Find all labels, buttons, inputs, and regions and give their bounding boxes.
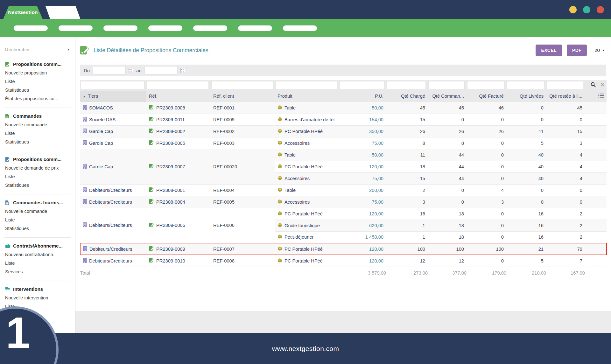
column-header[interactable]: Qté Livrées (506, 91, 546, 102)
column-filter-input[interactable] (428, 81, 465, 89)
search-input[interactable] (5, 47, 62, 52)
sidebar-item[interactable]: État des propositions co... (4, 94, 71, 103)
teal-dot-icon[interactable] (583, 6, 590, 13)
produit-cell[interactable]: Accessoires (275, 172, 339, 184)
nav-pill[interactable] (238, 25, 272, 31)
ref-cell[interactable]: PR2309-0006 (146, 208, 211, 243)
sidebar-item[interactable]: Nouvelle demande de prix (4, 164, 71, 172)
column-filter-input[interactable] (147, 81, 209, 89)
ref-cell[interactable]: PR2309-0010 (146, 255, 211, 267)
sidebar-item[interactable]: Statistiques (4, 86, 71, 94)
sidebar-item[interactable]: Nouveau contrat/abonn. (4, 250, 71, 259)
produit-cell[interactable]: PC Portable HPéé (275, 243, 339, 255)
nav-pill[interactable] (283, 25, 317, 31)
sidebar-item[interactable]: Statistiques (4, 224, 71, 233)
tiers-cell[interactable]: Gardie Cap (80, 137, 146, 149)
table-row[interactable]: Debiteurs/CrediteursPR2309-0006REF-0006P… (80, 208, 607, 220)
calendar-icon[interactable] (180, 68, 185, 73)
nav-pill[interactable] (59, 25, 93, 31)
ref-cell[interactable]: PR2308-0005 (146, 137, 211, 149)
sidebar-section-header[interactable]: Propositions comm... (5, 157, 71, 162)
produit-cell[interactable]: PC Portable HPéé (275, 208, 339, 220)
tiers-cell[interactable]: Debiteurs/Crediteurs (80, 184, 146, 196)
sidebar-item[interactable]: Liste (4, 172, 71, 181)
tiers-cell[interactable]: Debiteurs/Crediteurs (80, 208, 146, 243)
produit-cell[interactable]: PC Portable HPéé (275, 161, 339, 172)
sidebar-section-header[interactable]: Propositions comm... (5, 61, 71, 67)
sidebar-item[interactable]: Nouvelle proposition (4, 69, 71, 77)
produit-cell[interactable]: Table (275, 184, 339, 196)
column-header[interactable]: Qté Chargé (386, 91, 428, 102)
table-row[interactable]: SOMACOSPR2309-0008REF-0001Table50,004545… (80, 102, 607, 114)
ref-cell[interactable]: PR2309-0007 (146, 149, 211, 184)
calendar-icon[interactable] (129, 68, 133, 73)
ref-cell[interactable]: PR2308-0002 (146, 125, 211, 137)
table-row[interactable]: Debiteurs/CrediteursPR2308-0001REF-0004T… (80, 184, 607, 196)
column-header[interactable]: P.U. (339, 91, 386, 102)
column-filter-input[interactable] (507, 81, 544, 89)
table-row[interactable]: Gardie CapPR2308-0005REF-0003Accessoires… (80, 137, 607, 149)
produit-cell[interactable]: Table (275, 149, 339, 161)
ref-cell[interactable]: PR2308-0001 (146, 184, 211, 196)
table-row-highlighted[interactable]: Debiteurs/CrediteursPR2309-0009REF-0007P… (80, 243, 607, 255)
column-header[interactable]: Qté Comman... (428, 91, 467, 102)
sidebar-section-header[interactable]: Interventions (5, 286, 71, 292)
tiers-cell[interactable]: SOMACOS (80, 102, 146, 114)
column-filter-input[interactable] (467, 81, 504, 89)
column-header[interactable]: Produit (275, 91, 339, 102)
ref-cell[interactable]: PR2309-0009 (146, 243, 211, 255)
yellow-dot-icon[interactable] (569, 6, 577, 13)
red-dot-icon[interactable] (597, 6, 604, 13)
date-from-input[interactable] (93, 66, 126, 74)
sidebar-item[interactable]: Statistiques (4, 138, 71, 146)
excel-export-button[interactable]: EXCEL (536, 45, 562, 56)
tiers-cell[interactable]: Debiteurs/Crediteurs (80, 255, 146, 267)
clear-filter-icon[interactable] (600, 83, 605, 88)
column-header[interactable]: Réf. (146, 91, 211, 102)
produit-cell[interactable]: Accessoires (275, 137, 339, 149)
tiers-cell[interactable]: Debiteurs/Crediteurs (80, 243, 146, 255)
table-row[interactable]: Debiteurs/CrediteursPR2308-0004REF-0005A… (80, 196, 607, 208)
tiers-cell[interactable]: Debiteurs/Crediteurs (80, 196, 146, 208)
sidebar-item[interactable]: Nouvelle intervention (4, 294, 71, 302)
pdf-export-button[interactable]: PDF (567, 45, 587, 56)
column-filter-input[interactable] (387, 81, 426, 89)
sidebar-item[interactable]: Liste (4, 216, 71, 224)
sidebar-section-header[interactable]: Commandes (5, 113, 71, 119)
table-row[interactable]: Gardie CapPR2309-0007REF-00020Table50,00… (80, 149, 607, 161)
column-filter-input[interactable] (276, 81, 337, 89)
column-header[interactable]: Réf. client (211, 91, 275, 102)
produit-cell[interactable]: PC Portable HPéé (275, 125, 339, 137)
sidebar-section-header[interactable]: Contrats/Abonneme... (5, 243, 71, 248)
tiers-cell[interactable]: Gardie Cap (80, 125, 146, 137)
ref-cell[interactable]: PR2308-0004 (146, 196, 211, 208)
column-filter-input[interactable] (81, 81, 144, 89)
column-filter-input[interactable] (211, 81, 273, 89)
column-header[interactable]: Qté restée à li... (546, 91, 585, 102)
produit-cell[interactable]: Petit-déjeuner (275, 231, 339, 243)
ref-cell[interactable]: PR2309-0008 (146, 102, 211, 114)
sidebar-section-header[interactable]: Commandes fournis... (5, 200, 71, 205)
sidebar-item[interactable]: Services (4, 268, 71, 276)
table-row[interactable]: Debiteurs/CrediteursPR2309-0010REF-0008P… (80, 255, 607, 267)
produit-cell[interactable]: Barres d'armature de fer (275, 114, 339, 125)
table-row[interactable]: Societe DASPR2309-0011REF-0009Barres d'a… (80, 114, 607, 125)
produit-cell[interactable]: Table (275, 102, 339, 114)
column-filter-input[interactable] (547, 81, 583, 89)
nav-pill[interactable] (148, 25, 182, 31)
sidebar-item[interactable]: Liste (4, 259, 71, 268)
date-to-input[interactable] (144, 66, 178, 74)
column-header[interactable]: Qté Facturé (467, 91, 506, 102)
ref-cell[interactable]: PR2309-0011 (146, 114, 211, 125)
table-row[interactable]: Gardie CapPR2308-0002REF-0002PC Portable… (80, 125, 607, 137)
sidebar-item[interactable]: Liste (4, 77, 71, 86)
blank-tab[interactable] (45, 6, 80, 19)
sidebar-item[interactable]: Liste (4, 129, 71, 138)
nav-pill[interactable] (193, 25, 227, 31)
column-header[interactable]: ▲Tiers (80, 91, 146, 102)
produit-cell[interactable]: Guide touristique (275, 220, 339, 231)
nav-pill[interactable] (103, 25, 137, 31)
sidebar-item[interactable]: Nouvelle commande (4, 121, 71, 129)
brand-tab[interactable]: NextGestion (3, 6, 43, 19)
column-filter-input[interactable] (340, 81, 384, 89)
